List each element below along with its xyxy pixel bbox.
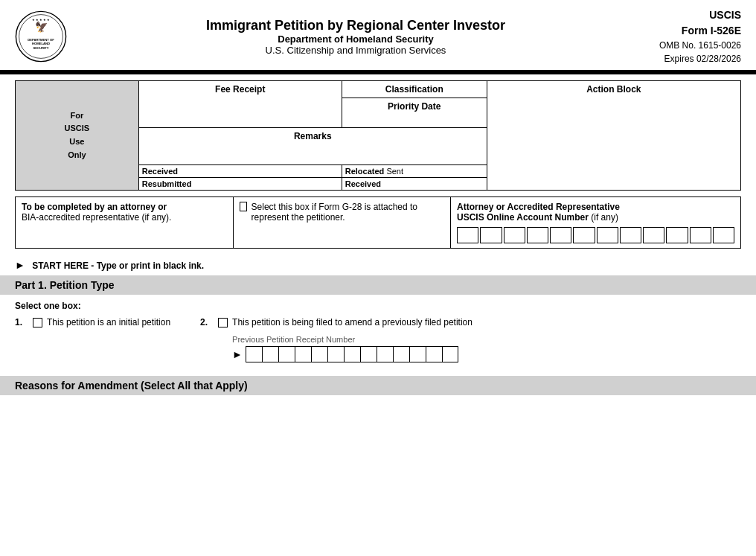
classification-label: Classification xyxy=(385,84,443,95)
attorney-left-normal: BIA-accredited representative (if any). xyxy=(22,212,171,223)
agency-name: U.S. Citizenship and Immigration Service… xyxy=(67,45,644,56)
option2-item: 2. This petition is being filed to amend… xyxy=(200,317,472,362)
attorney-right-cell: Attorney or Accredited Representative US… xyxy=(451,197,741,249)
reasons-header: Reasons for Amendment (Select All that A… xyxy=(0,376,756,395)
receipt-seg-4[interactable] xyxy=(295,346,311,362)
action-block-cell: Action Block xyxy=(487,81,740,191)
receipt-seg-12[interactable] xyxy=(426,346,442,362)
option2-checkbox[interactable] xyxy=(218,318,228,327)
option1-checkbox[interactable] xyxy=(33,318,42,327)
uscis-logo: 🦅 DEPARTMENT OF HOMELAND SECURITY ★ ★ ★ … xyxy=(15,10,67,63)
attorney-middle-cell: Select this box if Form G-28 is attached… xyxy=(233,197,451,249)
account-segment-12[interactable] xyxy=(713,227,734,243)
receipt-seg-7[interactable] xyxy=(344,346,360,362)
receipt-segments[interactable] xyxy=(246,346,458,362)
part1-header: Part 1. Petition Type xyxy=(0,275,756,295)
petition-options: 1. This petition is an initial petition … xyxy=(15,317,741,362)
option2-text: This petition is being filed to amend a … xyxy=(232,317,472,327)
prev-petition-label: Previous Petition Receipt Number xyxy=(232,335,472,344)
start-here-text: START HERE - Type or print in black ink. xyxy=(32,261,204,271)
account-segment-2[interactable] xyxy=(480,227,502,243)
account-segment-6[interactable] xyxy=(573,227,595,243)
dept-name: Department of Homeland Security xyxy=(67,33,644,45)
attorney-table: To be completed by an attorney or BIA-ac… xyxy=(15,196,741,249)
svg-text:DEPARTMENT OF: DEPARTMENT OF xyxy=(28,38,54,42)
account-segment-4[interactable] xyxy=(527,227,548,243)
receipt-arrow: ► xyxy=(232,348,243,360)
receipt-seg-8[interactable] xyxy=(360,346,377,362)
receipt-seg-6[interactable] xyxy=(327,346,344,362)
select-one-label: Select one box: xyxy=(15,301,741,311)
receipt-seg-2[interactable] xyxy=(262,346,278,362)
remarks-label: Remarks xyxy=(294,131,332,141)
account-segment-9[interactable] xyxy=(643,227,664,243)
action-block-header: Action Block xyxy=(492,84,736,95)
receipt-seg-11[interactable] xyxy=(409,346,426,362)
option2-content: This petition is being filed to amend a … xyxy=(232,317,472,362)
account-segment-5[interactable] xyxy=(550,227,571,243)
form-number: Form I-526E xyxy=(644,23,741,39)
reasons-heading: Reasons for Amendment (Select All that A… xyxy=(15,380,248,392)
form-id-block: USCIS Form I-526E OMB No. 1615-0026 Expi… xyxy=(644,7,741,65)
received2-cell: Received xyxy=(342,178,487,191)
g28-text: Select this box if Form G-28 is attached… xyxy=(252,202,444,223)
classification-cell: Classification xyxy=(342,81,487,98)
receipt-seg-9[interactable] xyxy=(377,346,393,362)
svg-text:HOMELAND: HOMELAND xyxy=(32,42,50,45)
receipt-seg-5[interactable] xyxy=(311,346,327,362)
svg-text:🦅: 🦅 xyxy=(35,21,48,33)
option2-number: 2. xyxy=(200,317,212,327)
svg-text:SECURITY: SECURITY xyxy=(33,46,48,50)
svg-text:★ ★ ★ ★ ★: ★ ★ ★ ★ ★ xyxy=(32,18,51,22)
page-header: 🦅 DEPARTMENT OF HOMELAND SECURITY ★ ★ ★ … xyxy=(0,0,756,70)
attorney-left-cell: To be completed by an attorney or BIA-ac… xyxy=(16,197,234,249)
account-segment-10[interactable] xyxy=(666,227,688,243)
account-segment-11[interactable] xyxy=(690,227,711,243)
attorney-right-bold: Attorney or Accredited Representative xyxy=(457,202,620,212)
uscis-side-label: ForUSCISUseOnly xyxy=(16,81,139,191)
account-segment-7[interactable] xyxy=(597,227,618,243)
account-segment-1[interactable] xyxy=(457,227,478,243)
received-cell: Received xyxy=(138,165,342,178)
receipt-seg-3[interactable] xyxy=(278,346,295,362)
fee-receipt-cell: Fee Receipt xyxy=(138,81,342,128)
header-center: Immigrant Petition by Regional Center In… xyxy=(67,18,644,56)
start-here-bar: ► START HERE - Type or print in black in… xyxy=(0,255,756,275)
g28-checkbox[interactable] xyxy=(240,202,247,211)
uscis-label: USCIS xyxy=(644,7,741,23)
account-number-input-group xyxy=(457,227,734,243)
resubmitted-cell: Resubmitted xyxy=(138,178,342,191)
account-segment-8[interactable] xyxy=(620,227,641,243)
attorney-ifany: (if any) xyxy=(591,212,618,223)
option1-item: 1. This petition is an initial petition xyxy=(15,317,170,327)
uscis-use-only-table: ForUSCISUseOnly Fee Receipt Classificati… xyxy=(15,80,741,191)
expires-date: Expires 02/28/2026 xyxy=(644,52,741,65)
form-title: Immigrant Petition by Regional Center In… xyxy=(67,18,644,33)
header-divider xyxy=(0,70,756,74)
part1-content: Select one box: 1. This petition is an i… xyxy=(0,295,756,368)
receipt-seg-13[interactable] xyxy=(442,346,458,362)
account-number-label: USCIS Online Account Number xyxy=(457,212,589,223)
part1-heading: Part 1. Petition Type xyxy=(15,279,115,291)
option1-number: 1. xyxy=(15,317,27,327)
account-segment-3[interactable] xyxy=(504,227,525,243)
petition-receipt-row: ► xyxy=(232,346,472,362)
priority-date-cell: Priority Date xyxy=(342,98,487,128)
fee-receipt-header: Fee Receipt xyxy=(144,84,337,95)
omb-number: OMB No. 1615-0026 xyxy=(644,39,741,52)
start-arrow: ► xyxy=(15,259,25,271)
option1-text: This petition is an initial petition xyxy=(47,317,170,327)
receipt-seg-1[interactable] xyxy=(246,346,262,362)
priority-date-label: Priority Date xyxy=(388,101,441,112)
remarks-cell: Remarks xyxy=(138,128,487,165)
attorney-left-bold: To be completed by an attorney or xyxy=(22,202,167,212)
relocated-sent-cell: Relocated Sent xyxy=(342,165,487,178)
receipt-seg-10[interactable] xyxy=(393,346,409,362)
